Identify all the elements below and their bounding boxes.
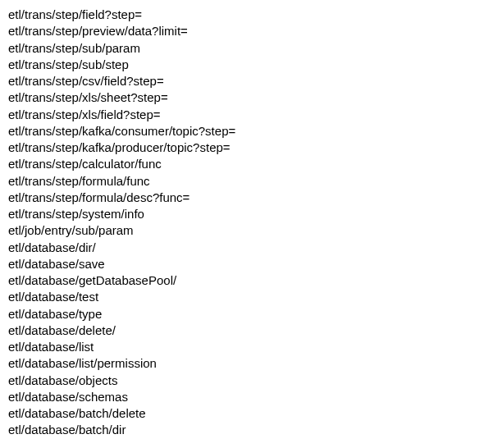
endpoint-line: etl/database/getDatabasePool/ xyxy=(8,272,476,289)
endpoint-line: etl/database/list xyxy=(8,339,476,355)
endpoint-line: etl/trans/step/formula/func xyxy=(8,173,476,190)
endpoint-line: etl/trans/step/kafka/consumer/topic?step… xyxy=(8,123,476,139)
endpoint-line: etl/trans/step/xls/field?step= xyxy=(8,107,476,123)
endpoint-line: etl/database/batch/dir xyxy=(8,422,476,438)
endpoint-line: etl/trans/step/preview/data?limit= xyxy=(8,23,476,39)
endpoint-line: etl/trans/step/calculator/func xyxy=(8,156,476,172)
endpoint-line: etl/trans/step/system/info xyxy=(8,206,476,222)
endpoint-list: etl/trans/step/field?step=etl/trans/step… xyxy=(8,7,476,439)
endpoint-line: etl/database/schemas xyxy=(8,389,476,405)
endpoint-line: etl/trans/step/kafka/producer/topic?step… xyxy=(8,139,476,156)
endpoint-line: etl/database/save xyxy=(8,256,476,272)
endpoint-line: etl/trans/step/xls/sheet?step= xyxy=(8,89,476,106)
endpoint-line: etl/trans/step/sub/param xyxy=(8,40,476,57)
endpoint-line: etl/database/batch/delete xyxy=(8,405,476,422)
endpoint-line: etl/trans/step/formula/desc?func= xyxy=(8,190,476,206)
endpoint-line: etl/database/list/permission xyxy=(8,355,476,372)
endpoint-line: etl/database/delete/ xyxy=(8,322,476,339)
endpoint-line: etl/trans/step/csv/field?step= xyxy=(8,73,476,89)
endpoint-line: etl/database/objects xyxy=(8,373,476,389)
endpoint-line: etl/trans/step/field?step= xyxy=(8,7,476,23)
endpoint-line: etl/database/test xyxy=(8,289,476,305)
endpoint-line: etl/database/dir/ xyxy=(8,240,476,256)
endpoint-line: etl/database/type xyxy=(8,306,476,322)
endpoint-line: etl/trans/step/sub/step xyxy=(8,57,476,73)
endpoint-line: etl/job/entry/sub/param xyxy=(8,222,476,239)
